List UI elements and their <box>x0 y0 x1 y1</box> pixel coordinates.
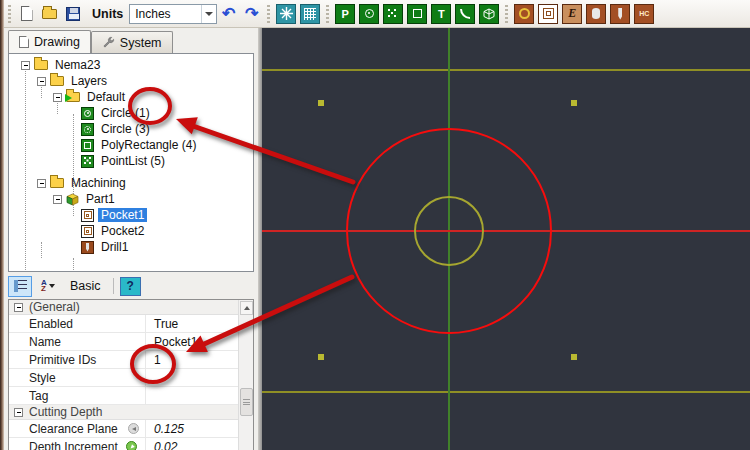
toolbar-grip[interactable] <box>8 5 11 23</box>
combo-dropdown-button[interactable] <box>201 5 216 23</box>
collapse-icon[interactable] <box>14 303 23 312</box>
undo-button[interactable]: ↶ <box>218 3 239 24</box>
redo-button[interactable]: ↷ <box>241 3 262 24</box>
grid-icon <box>304 8 316 20</box>
tree-item-default-layer[interactable]: Default <box>53 89 128 105</box>
property-row-style[interactable]: Style <box>9 369 239 387</box>
collapse-icon[interactable] <box>53 195 62 204</box>
main-toolbar: Units Inches ↶ ↷ P T E HC <box>4 0 750 28</box>
tree-item-polyrectangle-4[interactable]: PolyRectangle (4) <box>81 137 199 153</box>
tree-item-label: PointList (5) <box>98 154 168 168</box>
tab-system[interactable]: System <box>91 31 173 53</box>
property-value: 0.02 <box>146 440 239 450</box>
open-file-button[interactable] <box>39 3 60 24</box>
category-row-general[interactable]: (General) <box>9 300 239 315</box>
pocket-mop-glyph-inner <box>86 230 89 233</box>
tree-item-pointlist-5[interactable]: PointList (5) <box>81 153 168 169</box>
collapse-icon[interactable] <box>37 179 46 188</box>
categorized-view-button[interactable] <box>8 276 32 297</box>
pocket-mop-icon <box>81 225 94 238</box>
collapse-icon[interactable] <box>14 408 23 417</box>
engrave-mop-button[interactable]: E <box>562 4 582 24</box>
property-row-clearance-plane[interactable]: Clearance Plane 0.125 <box>9 420 239 438</box>
tab-drawing[interactable]: Drawing <box>8 30 91 53</box>
collapse-icon[interactable] <box>37 77 46 86</box>
tab-system-label: System <box>120 36 162 50</box>
units-combo[interactable]: Inches <box>129 4 217 24</box>
set-value-icon[interactable] <box>126 441 137 450</box>
inner-circle-primitive[interactable] <box>414 196 484 266</box>
view-mode-dropdown[interactable]: Basic <box>64 277 107 295</box>
snap-crosshair-icon <box>280 7 293 20</box>
draw-surface-button[interactable] <box>479 4 499 24</box>
tree-item-circle-3[interactable]: Circle (3) <box>81 121 153 137</box>
drawing-viewport[interactable] <box>262 28 750 450</box>
profile-mop-button[interactable] <box>514 4 534 24</box>
tree-item-part1[interactable]: Part1 <box>53 191 118 207</box>
nc-file-button[interactable]: HC <box>634 4 654 24</box>
property-name: Clearance Plane <box>9 420 146 437</box>
lathe-mop-icon <box>592 8 600 19</box>
toolbar-grip[interactable] <box>267 5 270 23</box>
redo-icon: ↷ <box>245 6 258 22</box>
property-name: Enabled <box>9 315 146 332</box>
point-marker[interactable] <box>571 100 577 106</box>
snap-button[interactable] <box>276 4 296 24</box>
point-marker[interactable] <box>571 354 577 360</box>
property-name: Style <box>9 369 146 386</box>
draw-text-button[interactable]: T <box>431 4 451 24</box>
toolbar-grip[interactable] <box>326 5 329 23</box>
tree-item-label: Circle (1) <box>98 106 153 120</box>
polyrectangle-bottom-edge[interactable] <box>262 391 750 393</box>
category-row-cutting-depth[interactable]: Cutting Depth <box>9 405 239 420</box>
sort-az-icon: A Z <box>41 280 47 293</box>
property-row-primitive-ids[interactable]: Primitive IDs 1 <box>9 351 239 369</box>
scroll-up-button[interactable] <box>240 301 253 315</box>
collapse-icon[interactable] <box>53 93 62 102</box>
new-file-button[interactable] <box>16 3 37 24</box>
point-marker[interactable] <box>318 354 324 360</box>
drill-mop-button[interactable] <box>610 4 630 24</box>
alphabetical-sort-button[interactable]: A Z <box>36 276 60 297</box>
scrollbar-thumb[interactable] <box>240 388 253 416</box>
property-row-depth-increment[interactable]: Depth Increment 0.02 <box>9 438 239 450</box>
tree-item-label: Pocket2 <box>98 224 147 238</box>
collapse-icon[interactable] <box>21 61 30 70</box>
tree-item-pocket2[interactable]: Pocket2 <box>81 223 147 239</box>
tree-item-machining[interactable]: Machining <box>37 175 129 191</box>
tree-item-drill1[interactable]: Drill1 <box>81 239 131 255</box>
draw-rectangle-button[interactable] <box>407 4 427 24</box>
lathe-mop-button[interactable] <box>586 4 606 24</box>
tree-item-layers[interactable]: Layers <box>37 73 110 89</box>
circle-primitive-glyph <box>84 110 91 117</box>
property-row-tag[interactable]: Tag <box>9 387 239 405</box>
property-row-name[interactable]: Name Pocket1 <box>9 333 239 351</box>
circle-tool-icon <box>365 9 374 18</box>
tree-connector <box>73 258 74 272</box>
pocket-mop-button[interactable] <box>538 4 558 24</box>
tab-drawing-label: Drawing <box>34 35 80 49</box>
draw-circle-button[interactable] <box>359 4 379 24</box>
undo-icon: ↶ <box>222 6 235 22</box>
tree-item-nema23[interactable]: Nema23 <box>21 57 103 73</box>
draw-points-button[interactable] <box>383 4 403 24</box>
grid-toggle-button[interactable] <box>300 4 320 24</box>
property-row-enabled[interactable]: Enabled True <box>9 315 239 333</box>
inherited-value-icon[interactable] <box>128 423 139 434</box>
point-marker[interactable] <box>318 100 324 106</box>
pointlist-primitive-glyph <box>84 157 92 165</box>
save-button[interactable] <box>62 3 83 24</box>
toolbar-grip[interactable] <box>505 5 508 23</box>
polyline-icon: P <box>342 8 349 20</box>
draw-polyline-button[interactable]: P <box>335 4 355 24</box>
tree-item-label: Part1 <box>83 192 118 206</box>
draw-arc-button[interactable] <box>455 4 475 24</box>
help-button[interactable]: ? <box>120 277 141 296</box>
sort-arrow-icon <box>49 284 55 288</box>
polyrectangle-top-edge[interactable] <box>262 69 750 71</box>
rectangle-primitive-glyph <box>84 142 91 149</box>
tree-item-circle-1[interactable]: Circle (1) <box>81 105 153 121</box>
tree-item-pocket1[interactable]: Pocket1 <box>81 207 147 223</box>
property-grid-scrollbar[interactable] <box>238 300 253 450</box>
tree-connector <box>25 66 26 272</box>
